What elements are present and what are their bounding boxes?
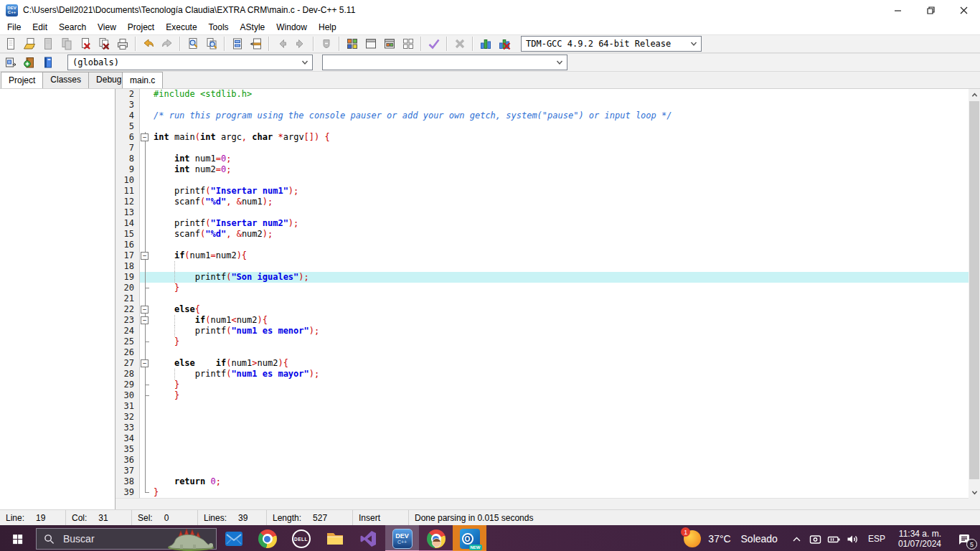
line-number[interactable]: 27 — [116, 358, 140, 369]
code-line-20[interactable]: 20 } — [116, 283, 969, 293]
restore-button[interactable] — [914, 0, 947, 20]
code-line-31[interactable]: 31 — [116, 401, 969, 412]
code-line-29[interactable]: 29 } — [116, 380, 969, 390]
save-all-button[interactable] — [57, 35, 76, 52]
panel-tab-classes[interactable]: Classes — [42, 72, 89, 88]
code-line-39[interactable]: 39} — [116, 487, 969, 498]
code-line-12[interactable]: 12 scanf("%d", &num1); — [116, 197, 969, 207]
goto-definition-button[interactable] — [1, 54, 20, 71]
line-number[interactable]: 19 — [116, 272, 140, 283]
line-number[interactable]: 33 — [116, 423, 140, 433]
find-button[interactable] — [184, 35, 202, 52]
insert-button[interactable] — [247, 35, 265, 52]
fold-toggle-icon[interactable]: − — [140, 132, 151, 143]
line-number[interactable]: 14 — [116, 218, 140, 229]
line-number[interactable]: 26 — [116, 347, 140, 358]
menu-item-project[interactable]: Project — [122, 21, 160, 34]
fold-toggle-icon[interactable]: − — [140, 315, 151, 326]
line-number[interactable]: 38 — [116, 476, 140, 487]
code-line-35[interactable]: 35 — [116, 444, 969, 455]
members-select[interactable] — [322, 55, 567, 70]
taskbar-app-devcpp[interactable]: DEVC++ — [385, 525, 419, 551]
compiler-select[interactable]: TDM-GCC 4.9.2 64-bit Release — [521, 36, 702, 52]
code-line-7[interactable]: 7 — [116, 143, 969, 154]
panel-tab-project[interactable]: Project — [1, 72, 43, 88]
scrollbar-thumb[interactable] — [969, 101, 979, 479]
menu-item-execute[interactable]: Execute — [160, 21, 202, 34]
menu-item-view[interactable]: View — [92, 21, 122, 34]
code-line-10[interactable]: 10 — [116, 175, 969, 186]
editor-tab-main-c[interactable]: main.c — [122, 72, 163, 88]
menu-item-edit[interactable]: Edit — [27, 21, 53, 34]
line-number[interactable]: 29 — [116, 380, 140, 390]
code-line-25[interactable]: 25 } — [116, 336, 969, 347]
print-button[interactable] — [113, 35, 132, 52]
line-number[interactable]: 3 — [116, 100, 140, 110]
minimize-button[interactable] — [881, 0, 914, 20]
code-line-9[interactable]: 9 int num2=0; — [116, 164, 969, 175]
line-number[interactable]: 37 — [116, 466, 140, 476]
code-line-30[interactable]: 30 } — [116, 390, 969, 401]
line-number[interactable]: 30 — [116, 390, 140, 401]
compile-run-button[interactable] — [380, 35, 399, 52]
line-number[interactable]: 18 — [116, 261, 140, 272]
line-number[interactable]: 23 — [116, 315, 140, 326]
taskbar-app-dell[interactable]: DELL — [284, 525, 318, 551]
run-button[interactable] — [362, 35, 380, 52]
line-number[interactable]: 15 — [116, 229, 140, 240]
add-bookmark-button[interactable] — [20, 54, 39, 71]
line-number[interactable]: 39 — [116, 487, 140, 498]
line-number[interactable]: 17 — [116, 250, 140, 261]
line-number[interactable]: 11 — [116, 186, 140, 197]
open-button[interactable] — [20, 35, 39, 52]
line-number[interactable]: 16 — [116, 240, 140, 250]
compile-button[interactable] — [343, 35, 362, 52]
rebuild-all-button[interactable] — [399, 35, 418, 52]
line-number[interactable]: 25 — [116, 336, 140, 347]
code-line-27[interactable]: 27− else if(num1>num2){ — [116, 358, 969, 369]
line-number[interactable]: 10 — [116, 175, 140, 186]
abort-button[interactable] — [451, 35, 469, 52]
line-number[interactable]: 9 — [116, 164, 140, 175]
line-number[interactable]: 2 — [116, 89, 140, 100]
menu-item-help[interactable]: Help — [313, 21, 342, 34]
weather-widget[interactable]: 1 37°C Soleado — [684, 530, 778, 547]
code-line-19[interactable]: 19 printf("Son iguales"); — [116, 272, 969, 283]
tray-battery-icon[interactable] — [825, 525, 844, 551]
code-line-8[interactable]: 8 int num1=0; — [116, 154, 969, 164]
line-number[interactable]: 21 — [116, 293, 140, 304]
close-all-button[interactable] — [95, 35, 113, 52]
line-number[interactable]: 34 — [116, 433, 140, 444]
taskbar-app-outlook[interactable]: ONEW — [453, 525, 486, 551]
code-line-17[interactable]: 17− if(num1=num2){ — [116, 250, 969, 261]
taskbar-clock[interactable]: 11:34 a. m. 01/07/2024 — [898, 529, 941, 549]
tray-display-icon[interactable] — [806, 525, 825, 551]
line-number[interactable]: 8 — [116, 154, 140, 164]
code-line-28[interactable]: 28 printf("num1 es mayor"); — [116, 369, 969, 380]
language-indicator[interactable]: ESP — [868, 534, 885, 544]
syntax-check-button[interactable] — [425, 35, 443, 52]
taskbar-app-chrome-profile[interactable] — [419, 525, 453, 551]
line-number[interactable]: 6 — [116, 132, 140, 143]
redo-button[interactable] — [158, 35, 176, 52]
fold-toggle-icon[interactable]: − — [140, 304, 151, 315]
code-line-6[interactable]: 6−int main(int argc, char *argv[]) { — [116, 132, 969, 143]
code-editor[interactable]: 2#include <stdlib.h>34/* run this progra… — [116, 89, 980, 509]
code-line-15[interactable]: 15 scanf("%d", &num2); — [116, 229, 969, 240]
code-line-36[interactable]: 36 — [116, 455, 969, 466]
code-line-14[interactable]: 14 printf("Insertar num2"); — [116, 218, 969, 229]
code-line-3[interactable]: 3 — [116, 100, 969, 110]
new-file-button[interactable] — [1, 35, 20, 52]
line-number[interactable]: 13 — [116, 207, 140, 218]
line-number[interactable]: 36 — [116, 455, 140, 466]
code-line-24[interactable]: 24 printf("num1 es menor"); — [116, 326, 969, 336]
profile-button[interactable] — [476, 35, 495, 52]
taskbar-app-chrome[interactable] — [250, 525, 284, 551]
scroll-down-arrow-icon[interactable] — [969, 486, 980, 498]
line-number[interactable]: 28 — [116, 369, 140, 380]
code-line-21[interactable]: 21 — [116, 293, 969, 304]
code-line-22[interactable]: 22− else{ — [116, 304, 969, 315]
code-line-26[interactable]: 26 — [116, 347, 969, 358]
menu-item-window[interactable]: Window — [270, 21, 313, 34]
line-number[interactable]: 24 — [116, 326, 140, 336]
